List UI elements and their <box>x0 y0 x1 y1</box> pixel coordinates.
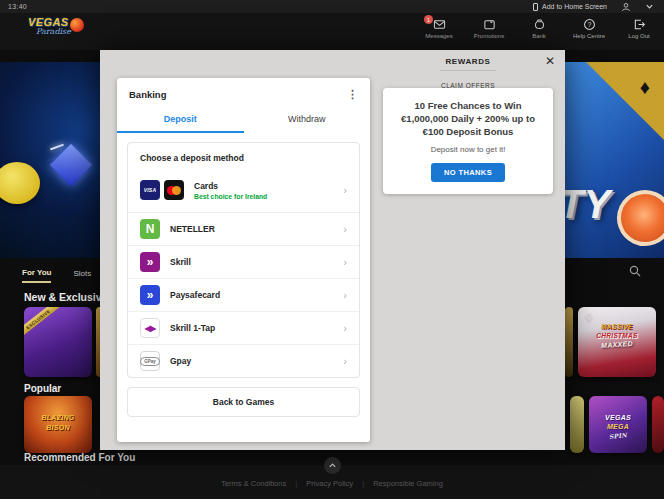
banking-title: Banking <box>129 89 166 100</box>
method-subtitle: Best choice for Ireland <box>194 193 267 200</box>
section-new-exclusive: New & Exclusive <box>24 291 107 303</box>
clock: 13:40 <box>8 3 27 10</box>
offer-subtext: Deposit now to get it! <box>391 145 545 154</box>
promotions-button[interactable]: Promotions <box>472 18 506 39</box>
offer-line-3: €100 Deposit Bonus <box>391 126 545 139</box>
kebab-menu-icon[interactable]: ⋮ <box>347 89 358 100</box>
tab-withdraw[interactable]: Withdraw <box>244 108 371 133</box>
game-card-massive-christmas[interactable]: ♢ MASSIVE CHRISTMAS MAXXED <box>578 307 656 377</box>
offer-line-2: €1,000,000 Daily + 200% up to <box>391 113 545 126</box>
promotions-label: Promotions <box>474 33 504 39</box>
deposit-method-skrill-1tap[interactable]: ◀▶ Skrill 1-Tap › <box>128 311 359 344</box>
deposit-prompt: Choose a deposit method <box>128 143 359 168</box>
game-card-exclusive[interactable]: EXCLUSIVE <box>24 307 92 377</box>
promotions-icon <box>483 18 496 31</box>
chevron-right-icon: › <box>343 289 347 301</box>
diamond-icon: ♦ <box>640 76 650 99</box>
log-out-label: Log Out <box>628 33 649 39</box>
chevron-down-icon[interactable] <box>645 2 654 11</box>
skrill-icon: » <box>140 252 160 272</box>
back-to-games-button[interactable]: Back to Games <box>127 387 360 417</box>
method-name: Paysafecard <box>170 290 220 300</box>
game-card-partial[interactable] <box>570 396 584 453</box>
account-icon[interactable] <box>621 2 631 12</box>
add-to-home-label: Add to Home Screen <box>542 3 607 10</box>
tab-slots[interactable]: Slots <box>73 269 91 282</box>
svg-text:?: ? <box>587 21 591 28</box>
chevron-right-icon: › <box>343 355 347 367</box>
game-card-partial[interactable] <box>652 396 664 453</box>
section-popular: Popular <box>24 383 61 394</box>
app-root: 13:40 Add to Home Screen VEGAS Paradise … <box>0 0 664 499</box>
chevron-up-icon <box>328 461 337 470</box>
chevron-right-icon: › <box>343 223 347 235</box>
gem-icon <box>50 144 92 186</box>
bank-button[interactable]: Bank <box>522 18 556 39</box>
chevron-right-icon: › <box>343 184 347 196</box>
chevron-right-icon: › <box>343 256 347 268</box>
money-bag-icon <box>533 18 546 31</box>
offer-line-1: 10 Free Chances to Win <box>391 100 545 113</box>
scroll-to-top-button[interactable] <box>324 457 341 474</box>
paysafecard-icon: » <box>140 285 160 305</box>
chevron-right-icon: › <box>343 322 347 334</box>
skrill-1tap-icon: ◀▶ <box>140 318 160 338</box>
messages-badge: 1 <box>424 15 433 24</box>
envelope-icon <box>433 18 446 31</box>
deposit-method-neteller[interactable]: N NETELLER › <box>128 212 359 245</box>
logo-text-bottom: Paradise <box>36 27 86 36</box>
method-name: NETELLER <box>170 224 215 234</box>
game-card-partial[interactable] <box>565 307 573 377</box>
deposit-method-paysafecard[interactable]: » Paysafecard › <box>128 278 359 311</box>
visa-icon: VISA <box>140 180 160 200</box>
banking-tabs: Deposit Withdraw <box>117 108 370 133</box>
question-circle-icon: ? <box>583 18 596 31</box>
close-icon[interactable]: ✕ <box>545 55 555 67</box>
tab-for-you[interactable]: For You <box>22 268 51 283</box>
log-out-icon <box>633 18 646 31</box>
add-to-home-button[interactable]: Add to Home Screen <box>533 3 607 11</box>
footer-links: Terms & Conditions | Privacy Policy | Re… <box>0 479 664 488</box>
promo-banner-right[interactable]: ♦ TY <box>565 62 664 258</box>
bank-label: Bank <box>532 33 546 39</box>
rewards-title: REWARDS <box>383 57 553 66</box>
header-nav: 1 Messages Promotions Bank ? Help Centre… <box>422 18 656 39</box>
banner-title-fragment: TY <box>565 182 610 227</box>
terms-link[interactable]: Terms & Conditions <box>221 479 286 488</box>
banking-overlay: REWARDS CLAIM OFFERS ✕ 10 Free Chances t… <box>100 50 565 450</box>
lemon-icon <box>0 162 40 204</box>
gold-corner-ribbon <box>586 62 664 140</box>
mastercard-icon <box>164 180 184 200</box>
site-header: VEGAS Paradise 1 Messages Promotions Ban… <box>0 13 664 50</box>
system-bar: 13:40 Add to Home Screen <box>0 0 664 13</box>
responsible-gaming-link[interactable]: Responsible Gaming <box>373 479 443 488</box>
tab-deposit[interactable]: Deposit <box>117 108 244 133</box>
vegas-paradise-logo[interactable]: VEGAS Paradise <box>28 16 86 47</box>
rewards-offer-card: 10 Free Chances to Win €1,000,000 Daily … <box>383 88 553 194</box>
search-icon[interactable] <box>628 264 642 282</box>
game-card-vegas-mega-spin[interactable]: VEGAS MEGA SPIN <box>589 396 647 453</box>
deposit-method-cards[interactable]: VISA Cards Best choice for Ireland › <box>128 168 359 212</box>
section-recommended: Recommended For You <box>24 452 135 463</box>
messages-button[interactable]: 1 Messages <box>422 18 456 39</box>
deposit-method-gpay[interactable]: GPay Gpay › <box>128 344 359 377</box>
method-name: Skrill 1-Tap <box>170 323 215 333</box>
orange-slice-icon <box>608 181 664 255</box>
neteller-icon: N <box>140 219 160 239</box>
banking-dialog: Banking ⋮ Deposit Withdraw Choose a depo… <box>117 78 370 442</box>
deposit-method-list: Choose a deposit method VISA Cards Best … <box>127 142 360 378</box>
method-name: Gpay <box>170 356 191 366</box>
help-centre-label: Help Centre <box>573 33 605 39</box>
promo-banner-left[interactable] <box>0 62 103 258</box>
game-card-blazing-bison[interactable]: BLAZING BISON <box>24 396 92 453</box>
privacy-link[interactable]: Privacy Policy <box>306 479 353 488</box>
help-centre-button[interactable]: ? Help Centre <box>572 18 606 39</box>
gpay-icon: GPay <box>140 351 160 371</box>
phone-icon <box>533 3 538 11</box>
deposit-method-skrill[interactable]: » Skrill › <box>128 245 359 278</box>
page-footer: Terms & Conditions | Privacy Policy | Re… <box>0 465 664 499</box>
no-thanks-button[interactable]: NO THANKS <box>431 163 505 182</box>
exclusive-ribbon: EXCLUSIVE <box>24 307 66 342</box>
log-out-button[interactable]: Log Out <box>622 18 656 39</box>
method-name: Cards <box>194 181 267 191</box>
